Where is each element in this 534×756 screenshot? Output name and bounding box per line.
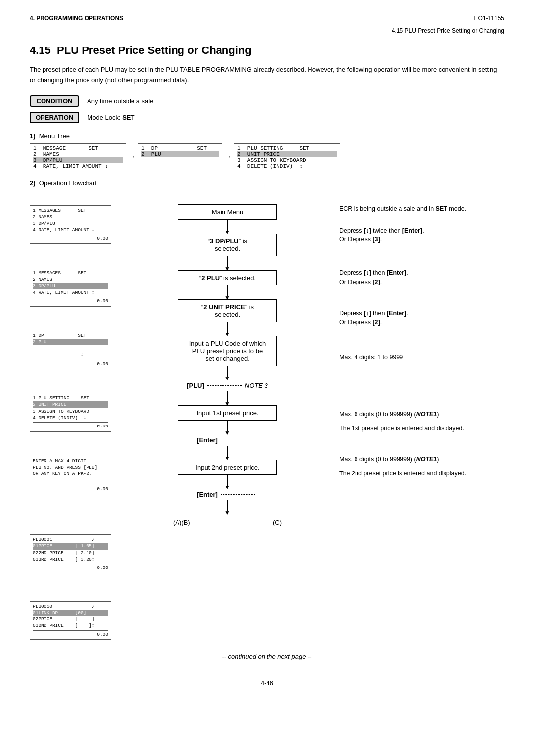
intro-text: The preset price of each PLU may be set … <box>30 65 504 86</box>
menu-tree: 1 MESSAGE SET 2 NAMES 3 DP/PLU 4 RATE, L… <box>30 143 504 171</box>
arrow-2: → <box>222 152 234 161</box>
operation-text: Mode Lock: SET <box>87 114 134 121</box>
menu-box-2: 1 DP SET 2 PLU <box>138 143 222 159</box>
bottom-label-ab: (A)(B) <box>173 519 190 526</box>
plu-label: [PLU] <box>187 382 204 389</box>
note-enter-2: The 2nd preset price is entered and disp… <box>339 470 466 477</box>
note-unit-price: Depress [↓] then [Enter].Or Depress [2]. <box>339 310 408 326</box>
lcd-screen-7: PLU0010 ♪ 01LINK DP [00] 02PRICE [ ] 032… <box>30 601 111 640</box>
note-plu: Depress [↓] then [Enter].Or Depress [2]. <box>339 269 408 285</box>
operation-badge: OPERATION <box>30 112 79 123</box>
enter-label-1: [Enter] <box>197 436 218 444</box>
note-enter-1: The 1st preset price is entered and disp… <box>339 425 464 432</box>
flow-box-unit-price: “2 UNIT PRICE” isselected. <box>178 299 277 322</box>
continued-text: -- continued on the next page -- <box>30 653 504 660</box>
note-main-menu: ECR is being outside a sale and in SET m… <box>339 205 466 212</box>
flow-box-input-plu: Input a PLU Code of whichPLU preset pric… <box>178 336 277 366</box>
condition-badge: CONDITION <box>30 95 79 107</box>
note-input-plu: Max. 4 digits: 1 to 9999 <box>339 354 403 361</box>
flow-box-plu: “2 PLU” is selected. <box>178 270 277 285</box>
note-2nd-price: Max. 6 digits (0 to 999999) (NOTE1) <box>339 456 439 463</box>
lcd-screen-5: ENTER A MAX 4-DIGIT PLU NO. AND PRESS [P… <box>30 456 111 494</box>
menu-box-1: 1 MESSAGE SET 2 NAMES 3 DP/PLU 4 RATE, L… <box>30 143 126 171</box>
lcd-screen-3: 1 DP SET 2 PLU ↕ 0.00 <box>30 331 111 369</box>
note-1st-price: Max. 6 digits (0 to 999999) (NOTE1) <box>339 411 439 418</box>
bottom-label-c: (C) <box>273 519 282 526</box>
enter-label-2: [Enter] <box>197 491 218 498</box>
note3-label: NOTE 3 <box>245 382 268 389</box>
condition-text: Any time outside a sale <box>87 97 153 105</box>
lcd-screen-1: 1 MESSAGES SET 2 NAMES 3 DP/PLU 4 RATE, … <box>30 205 111 244</box>
lcd-screen-4: 1 PLU SETTING SET 2 UNIT PRICE 3 ASSIGN … <box>30 393 111 431</box>
header-right: EO1-11155 <box>474 15 504 22</box>
flow-box-main-menu: Main Menu <box>178 204 277 220</box>
menu-tree-label: 1) Menu Tree <box>30 132 504 140</box>
note-dp-plu: Depress [↓] twice then [Enter].Or Depres… <box>339 227 424 243</box>
arrow-1: → <box>126 152 138 161</box>
operation-row: OPERATION Mode Lock: SET <box>30 112 504 123</box>
condition-row: CONDITION Any time outside a sale <box>30 95 504 107</box>
flow-box-dp-plu: “3 DP/PLU” isselected. <box>178 234 277 256</box>
section-title: 4.15 PLU Preset Price Setting or Changin… <box>30 44 504 57</box>
page-number: 4-46 <box>261 679 273 687</box>
lcd-screen-6: PLU0001 ♪ 01PRICE [ 1.05] 022ND PRICE [ … <box>30 534 111 573</box>
flow-box-input-2nd: Input 2nd preset price. <box>178 460 277 475</box>
flowchart-label: 2) Operation Flowchart <box>30 179 504 187</box>
flow-box-input-1st: Input 1st preset price. <box>178 405 277 421</box>
lcd-screen-2: 1 MESSAGES SET 2 NAMES 3 DP/PLU 4 RATE, … <box>30 268 111 306</box>
sub-header: 4.15 PLU Preset Price Setting or Changin… <box>392 27 504 34</box>
header-left: 4. PROGRAMMING OPERATIONS <box>30 15 123 22</box>
menu-box-3: 1 PLU SETTING SET 2 UNIT PRICE 3 ASSIGN … <box>234 143 340 171</box>
